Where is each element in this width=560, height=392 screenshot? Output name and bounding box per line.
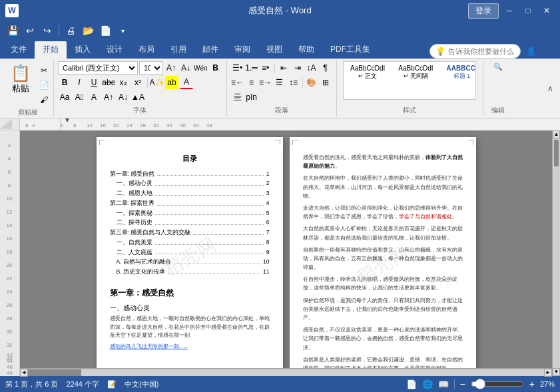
svg-text:12: 12 — [87, 122, 93, 128]
increase-font-button[interactable]: A↑ — [164, 61, 178, 75]
close-button[interactable]: ✕ — [539, 3, 555, 19]
scroll-up-button[interactable]: ▲ — [553, 130, 560, 138]
font-sub2-button[interactable]: A — [87, 91, 101, 104]
strikethrough-button[interactable]: abc — [102, 76, 115, 89]
bold-format-button[interactable]: B — [58, 76, 71, 89]
font-name-select[interactable]: Calibri (西文正文) — [58, 61, 138, 75]
paste-button[interactable]: 📋 粘贴 — [5, 61, 36, 97]
increase-font2-button[interactable]: A↑ — [102, 91, 115, 104]
justify-button[interactable]: ☰ — [273, 76, 286, 89]
copy-button[interactable]: 📄 — [37, 79, 51, 92]
align-right-button[interactable]: ≡→ — [259, 76, 272, 89]
new-qa-button[interactable]: 📄 — [98, 23, 113, 38]
align-center-button[interactable]: ≡ — [245, 76, 258, 89]
increase-indent-button[interactable]: ⇥ — [291, 61, 304, 75]
bold-button[interactable]: B — [209, 61, 222, 75]
scroll-right-button[interactable]: ► — [544, 369, 552, 377]
vertical-scrollbar[interactable]: ▲ ▼ — [552, 130, 560, 376]
zoom-out-button[interactable]: − — [460, 379, 465, 389]
h-scroll-track[interactable] — [28, 369, 544, 376]
font-shading-button[interactable]: ▲A — [131, 91, 144, 104]
tab-home[interactable]: 开始 — [35, 41, 67, 59]
text-effects-button[interactable]: A✨ — [150, 76, 164, 89]
login-button[interactable]: 登录 — [468, 3, 499, 19]
cut-button[interactable]: ✂ — [37, 64, 51, 77]
line-spacing-button[interactable]: ↕≡ — [287, 76, 300, 89]
scroll-thumb[interactable] — [554, 140, 559, 166]
zoom-slider[interactable] — [471, 379, 524, 389]
style-no-spacing-preview: AaBbCcDdI — [398, 65, 433, 72]
borders-button[interactable]: ⊞ — [319, 76, 332, 89]
h-scroll-thumb[interactable] — [28, 369, 81, 376]
style-h1[interactable]: AABBCCI 标题 1 — [440, 62, 477, 82]
chinese-layout-button[interactable]: 亖 — [231, 91, 244, 104]
web-layout-view-button[interactable]: 🌐 — [422, 379, 433, 389]
document-scroll-area[interactable]: 稻壳网 目录 第一章: 感受自然 1 一、感动心灵 2 二、感恩大地 3 第二章… — [20, 130, 552, 376]
style-no-spacing[interactable]: AaBbCcDdI ↵ 无间隔 — [392, 62, 439, 82]
decrease-indent-button[interactable]: ⇤ — [277, 61, 290, 75]
share-button[interactable]: 👤 共享 — [526, 46, 555, 57]
decrease-font-button[interactable]: A↓ — [179, 61, 192, 75]
word-count: 2244 个字 — [66, 379, 99, 389]
tab-layout[interactable]: 布局 — [131, 41, 162, 59]
redo-qa-button[interactable]: ↪ — [40, 23, 55, 38]
maximize-button[interactable]: □ — [520, 3, 536, 19]
open-qa-button[interactable]: 📂 — [81, 23, 95, 38]
font-color-button[interactable]: A — [180, 76, 193, 89]
text-highlight-button[interactable]: ab — [165, 76, 178, 89]
save-qa-button[interactable]: 💾 — [5, 23, 20, 38]
quick-access-toolbar: 💾 ↩ ↪ 🖨 📂 📄 ▾ — [0, 21, 560, 40]
format-painter-button[interactable]: 🖌 — [37, 93, 51, 106]
shading-button[interactable]: 🎨 — [305, 76, 318, 89]
zoom-in-button[interactable]: + — [529, 379, 535, 389]
undo-qa-button[interactable]: ↩ — [23, 23, 37, 38]
tab-insert[interactable]: 插入 — [67, 41, 99, 59]
numbering-button[interactable]: 1.═ — [245, 61, 258, 75]
tab-mailings[interactable]: 邮件 — [194, 41, 226, 59]
bullets-button[interactable]: ☰• — [231, 61, 244, 75]
tab-help[interactable]: 帮助 — [290, 41, 322, 59]
minimize-button[interactable]: ─ — [501, 3, 517, 19]
toc-entry-7-text: 第三章: 感受自然与人文的交融 — [110, 228, 191, 237]
ribbon-collapse-button[interactable]: ∧ — [543, 60, 557, 116]
toc-entry-1: 第一章: 感受自然 1 — [110, 170, 270, 178]
font-size-select[interactable]: 10 — [139, 61, 163, 75]
customize-qa-button[interactable]: ▾ — [115, 23, 130, 38]
italic-format-button[interactable]: I — [73, 76, 86, 89]
toc-entry-7: 第三章: 感受自然与人文的交融 7 — [110, 228, 270, 237]
pinyin-button[interactable]: pīn — [245, 91, 258, 104]
tab-view[interactable]: 视图 — [258, 41, 290, 59]
print-layout-view-button[interactable]: 📄 — [406, 379, 417, 389]
tab-design[interactable]: 设计 — [99, 41, 131, 59]
tab-references[interactable]: 引用 — [162, 41, 194, 59]
page-2: 稻壳网 感受着自然的洗礼，感受着天地之间最纯朴的美丽，体验到了大自然最原始的魅力… — [290, 137, 476, 376]
show-marks-button[interactable]: ¶ — [319, 61, 332, 75]
tab-file[interactable]: 文件 — [3, 41, 35, 59]
scroll-track[interactable] — [553, 138, 560, 368]
tell-me-input[interactable] — [448, 47, 515, 55]
tell-me-box[interactable]: 💡 — [429, 44, 521, 59]
horizontal-scrollbar[interactable]: ◄ ► — [20, 368, 552, 376]
ruler-corner[interactable] — [0, 118, 20, 130]
multilevel-button[interactable]: ≡• — [259, 61, 272, 75]
lightbulb-icon: 💡 — [435, 47, 445, 56]
toc-entry-2: 一、感动心灵 2 — [110, 179, 270, 188]
read-mode-button[interactable]: 📖 — [438, 379, 449, 389]
superscript-button[interactable]: x² — [131, 76, 144, 89]
tab-pdf[interactable]: PDF工具集 — [322, 41, 378, 59]
underline-format-button[interactable]: U — [87, 76, 101, 89]
print-qa-button[interactable]: 🖨 — [63, 23, 78, 38]
body-link-1[interactable]: 感动的鸟儿飞过天际的那一刻...... — [110, 343, 270, 351]
horizontal-ruler[interactable]: 8 4 4 8 12 16 20 24 28 32 36 40 44 48 — [20, 118, 560, 130]
align-left-button[interactable]: ≡← — [231, 76, 244, 89]
aa-button[interactable]: Aa — [58, 91, 71, 104]
scroll-left-button[interactable]: ◄ — [20, 369, 28, 377]
find-button[interactable]: 🔍 — [489, 61, 507, 73]
char-border-button[interactable]: A⃞ — [73, 91, 86, 104]
scroll-down-button[interactable]: ▼ — [553, 368, 560, 376]
subscript-button[interactable]: x₂ — [117, 76, 130, 89]
style-normal[interactable]: AaBbCcDdI ↵ 正文 — [344, 62, 392, 82]
sort-button[interactable]: ↕A — [305, 61, 318, 75]
decrease-font2-button[interactable]: A↓ — [117, 91, 130, 104]
tab-review[interactable]: 审阅 — [226, 41, 258, 59]
